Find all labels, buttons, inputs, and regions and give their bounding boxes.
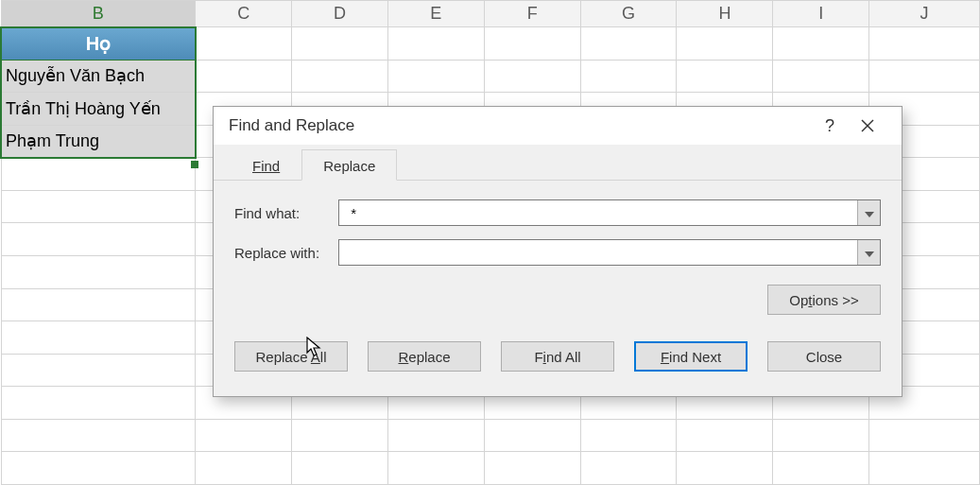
options-button[interactable]: Options >> [767, 285, 881, 315]
close-icon[interactable] [849, 107, 886, 145]
replace-with-input[interactable] [339, 240, 857, 265]
col-header-D[interactable]: D [292, 1, 388, 27]
selection-handle[interactable] [191, 161, 198, 168]
col-header-G[interactable]: G [580, 1, 677, 27]
chevron-down-icon [865, 205, 874, 220]
replace-label: Replace [398, 349, 450, 365]
find-what-input[interactable] [339, 200, 857, 225]
tab-replace-label: Replace [323, 158, 375, 174]
find-what-combo[interactable] [338, 199, 881, 226]
find-next-label: Find Next [661, 349, 721, 365]
replace-all-button[interactable]: Replace All [234, 341, 348, 372]
find-what-label: Find what: [234, 205, 338, 221]
col-header-E[interactable]: E [387, 1, 484, 27]
replace-with-dropdown[interactable] [857, 240, 880, 265]
options-button-label: Options >> [789, 292, 858, 308]
replace-with-label: Replace with: [234, 245, 338, 261]
tabs: Find Replace [214, 145, 902, 181]
close-button[interactable]: Close [767, 341, 881, 372]
cell-B2[interactable]: Nguyễn Văn Bạch [1, 60, 196, 93]
replace-button[interactable]: Replace [368, 341, 481, 372]
help-icon[interactable]: ? [811, 107, 849, 145]
col-header-F[interactable]: F [484, 1, 580, 27]
tab-find-label: Find [252, 158, 280, 174]
replace-with-combo[interactable] [338, 239, 881, 266]
dialog-title-text: Find and Replace [229, 116, 354, 135]
dialog-titlebar[interactable]: Find and Replace ? [214, 107, 902, 145]
tab-find[interactable]: Find [231, 149, 301, 181]
col-header-B[interactable]: B [1, 1, 196, 27]
chevron-down-icon [865, 245, 874, 260]
close-label: Close [806, 349, 842, 365]
col-header-H[interactable]: H [677, 1, 773, 27]
col-header-J[interactable]: J [869, 1, 980, 27]
find-all-button[interactable]: Find All [501, 341, 614, 372]
find-next-button[interactable]: Find Next [634, 341, 748, 372]
cell-B4[interactable]: Phạm Trung [1, 125, 196, 158]
find-replace-dialog: Find and Replace ? Find Replace Find wha… [213, 106, 903, 397]
col-header-C[interactable]: C [196, 1, 292, 27]
column-header-row[interactable]: B C D E F G H I J [1, 1, 980, 27]
cell-B3[interactable]: Trần Thị Hoàng Yến [1, 93, 196, 126]
cell-B1-header[interactable]: Họ [1, 27, 196, 61]
find-what-dropdown[interactable] [857, 200, 880, 225]
tab-replace[interactable]: Replace [301, 149, 397, 181]
col-header-I[interactable]: I [773, 1, 869, 27]
find-all-label: Find All [534, 349, 580, 365]
replace-all-label: Replace All [255, 349, 326, 365]
